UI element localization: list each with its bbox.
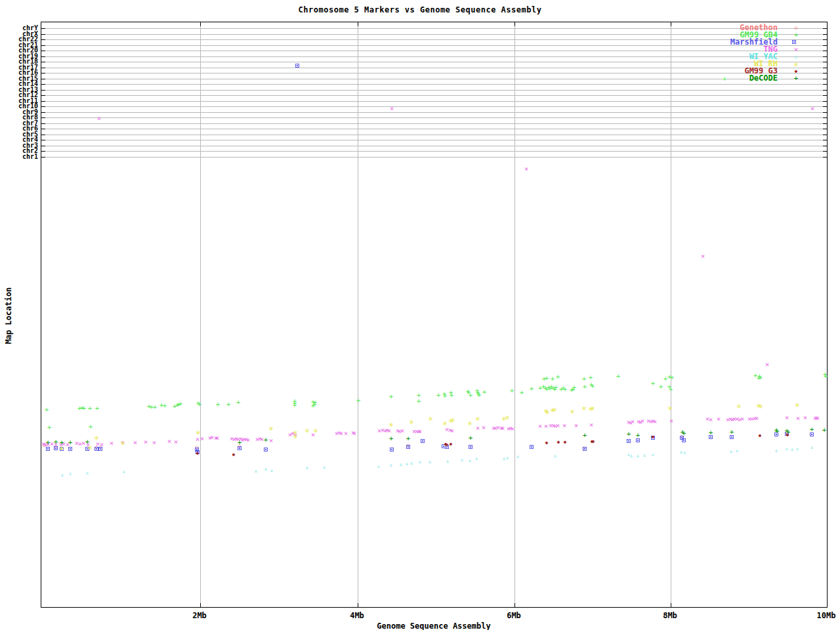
chromosome-gridline xyxy=(41,112,827,113)
x-tick-label: 10Mb xyxy=(807,611,840,620)
chromosome-label: chrY xyxy=(0,25,38,31)
axis-tick-left xyxy=(41,79,45,79)
chromosome-label: chr6 xyxy=(0,125,38,131)
axis-tick-left xyxy=(41,157,45,158)
axis-tick-right xyxy=(823,84,827,85)
chromosome-gridline xyxy=(41,28,827,29)
chromosome-label: chr1 xyxy=(0,154,38,159)
chromosome-gridline xyxy=(41,95,827,96)
x-tick-label: 4Mb xyxy=(337,611,377,620)
axis-tick-top xyxy=(514,22,515,26)
axis-tick-left xyxy=(41,84,45,85)
axis-tick-right xyxy=(823,79,827,79)
axis-tick-top xyxy=(358,22,358,26)
chart-title: Chromosome 5 Markers vs Genome Sequence … xyxy=(0,5,840,14)
chromosome-label: chr20 xyxy=(0,47,38,53)
chromosome-label: chr4 xyxy=(0,136,38,142)
chromosome-label: chr18 xyxy=(0,58,38,64)
axis-tick-right xyxy=(823,73,827,74)
axis-tick-right xyxy=(823,90,827,91)
x-tick-label: 8Mb xyxy=(650,611,690,620)
axis-tick-bottom xyxy=(514,603,515,607)
axis-tick-right xyxy=(823,146,827,146)
mb-gridline xyxy=(514,22,515,607)
chromosome-gridline xyxy=(41,123,827,124)
chromosome-gridline xyxy=(41,45,827,46)
chromosome-label: chr11 xyxy=(0,98,38,104)
chromosome-gridline xyxy=(41,62,827,62)
axis-tick-left xyxy=(41,56,45,57)
axis-tick-right xyxy=(823,56,827,57)
axis-tick-right xyxy=(823,34,827,35)
axis-tick-right xyxy=(823,123,827,124)
axis-tick-right xyxy=(823,51,827,51)
axis-tick-left xyxy=(41,123,45,124)
axis-tick-left xyxy=(41,112,45,113)
axis-tick-left xyxy=(41,101,45,102)
chromosome-gridline xyxy=(41,129,827,129)
axis-tick-left xyxy=(41,117,45,118)
axis-tick-right xyxy=(823,95,827,96)
chromosome-label: chr19 xyxy=(0,53,38,59)
axis-tick-left xyxy=(41,151,45,152)
axis-tick-left xyxy=(41,39,45,40)
axis-tick-left xyxy=(41,34,45,35)
axis-tick-left xyxy=(41,95,45,96)
chromosome-gridline xyxy=(41,90,827,91)
axis-tick-right xyxy=(823,157,827,158)
axis-tick-left xyxy=(41,146,45,146)
y-axis-label: Map Location xyxy=(4,273,13,358)
axis-tick-right xyxy=(823,112,827,113)
axis-tick-right xyxy=(823,62,827,62)
axis-tick-left xyxy=(41,140,45,140)
chromosome-label: chr9 xyxy=(0,109,38,115)
axis-tick-right xyxy=(823,117,827,118)
axis-tick-right xyxy=(823,45,827,46)
axis-tick-right xyxy=(823,68,827,68)
axis-tick-bottom xyxy=(358,603,358,607)
chromosome-label: chr16 xyxy=(0,70,38,75)
axis-tick-left xyxy=(41,135,45,135)
x-tick-label: 2Mb xyxy=(180,611,219,620)
chromosome-gridline xyxy=(41,34,827,35)
chromosome-label: chr2 xyxy=(0,148,38,154)
axis-tick-right xyxy=(823,151,827,152)
axis-tick-right xyxy=(823,39,827,40)
axis-tick-left xyxy=(41,51,45,51)
chromosome-gridline xyxy=(41,51,827,51)
chromosome-gridline xyxy=(41,135,827,135)
axis-tick-left xyxy=(41,45,45,46)
chromosome-gridline xyxy=(41,79,827,79)
chromosome-label: chr7 xyxy=(0,120,38,126)
chromosome-label: chr13 xyxy=(0,87,38,93)
axis-tick-bottom xyxy=(200,603,201,607)
chromosome-label: chr17 xyxy=(0,64,38,70)
mb-gridline xyxy=(358,22,358,607)
chromosome-label: chr5 xyxy=(0,131,38,137)
chromosome-label: chr22 xyxy=(0,36,38,42)
mb-gridline xyxy=(200,22,201,607)
plot-area xyxy=(41,22,828,608)
x-tick-label: 6Mb xyxy=(494,611,534,620)
chromosome-gridline xyxy=(41,106,827,107)
chromosome-label: chr21 xyxy=(0,42,38,48)
axis-tick-right xyxy=(823,101,827,102)
axis-tick-left xyxy=(41,129,45,129)
chromosome-label: chr3 xyxy=(0,142,38,148)
axis-tick-left xyxy=(41,106,45,107)
axis-tick-right xyxy=(823,28,827,29)
axis-tick-top xyxy=(671,22,671,26)
chromosome-label: chrX xyxy=(0,31,38,37)
axis-tick-right xyxy=(823,106,827,107)
axis-tick-right xyxy=(823,135,827,135)
chromosome-gridline xyxy=(41,84,827,85)
axis-tick-bottom xyxy=(671,603,671,607)
chromosome-label: chr8 xyxy=(0,114,38,120)
axis-tick-left xyxy=(41,28,45,29)
plot-canvas: Chromosome 5 Markers vs Genome Sequence … xyxy=(0,0,840,630)
mb-gridline xyxy=(671,22,671,607)
chromosome-gridline xyxy=(41,73,827,74)
axis-tick-right xyxy=(823,140,827,140)
axis-tick-left xyxy=(41,90,45,91)
chromosome-gridline xyxy=(41,151,827,152)
